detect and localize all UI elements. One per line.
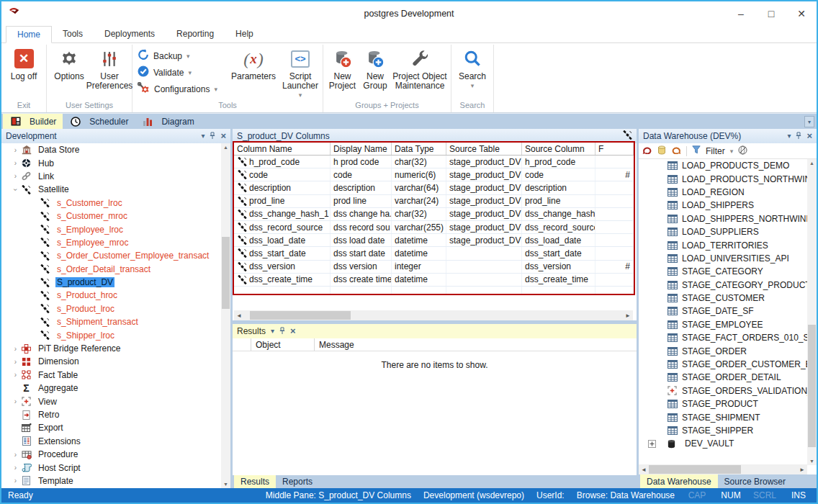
warehouse-item-load-shippers-northwind[interactable]: LOAD_SHIPPERS_NORTHWIND [639,212,807,225]
table-row[interactable]: dss_load_datedss load datedatetimestage_… [234,234,634,247]
grid-cell[interactable]: prod_line [522,195,595,207]
warehouse-item-stage-employee[interactable]: STAGE_EMPLOYEE [639,318,807,331]
grid-cell[interactable] [595,234,634,246]
tree-item-s-shipper-lroc[interactable]: s_Shipper_lroc [1,328,230,341]
warehouse-item-stage-fact-orders-010-skl[interactable]: STAGE_FACT_ORDERS_010_SKL [639,331,807,344]
new-project-button[interactable]: New Project [325,45,359,100]
grid-cell[interactable]: dss_change_hash_1 [522,208,595,220]
grid-cell[interactable]: description [234,181,331,194]
tree-item-dimension[interactable]: ›Dimension [1,355,230,368]
results-tab-reports[interactable]: Reports [276,475,319,488]
grid-column-header[interactable]: Display Name [331,143,392,155]
grid-cell[interactable]: h prod code [331,156,392,168]
scroll-left-icon[interactable]: ◄ [639,467,649,473]
filter-options-icon[interactable] [738,145,747,157]
close-button[interactable]: ✕ [786,3,817,24]
table-row[interactable]: dss_versiondss versionintegerdss_version… [234,261,634,274]
grid-cell[interactable]: dss_version [234,261,331,273]
warehouse-item-stage-order-detail[interactable]: STAGE_ORDER_DETAIL [639,371,807,384]
grid-column-header[interactable]: Source Table [446,143,522,155]
grid-cell[interactable]: stage_product_DV [446,156,522,168]
grid-cell[interactable] [595,195,634,207]
expander-icon[interactable]: › [11,451,20,459]
scroll-right-icon[interactable]: ► [623,312,633,319]
grid-column-header[interactable]: Column Name [234,143,331,155]
pane-menu-icon[interactable]: ▾ [787,132,791,140]
table-row[interactable]: codecodenumeric(6)stage_product_DVcode# [234,168,634,181]
tree-item-extensions[interactable]: Extensions [1,435,230,448]
grid-cell[interactable]: dss load date [331,234,392,246]
filter-label[interactable]: Filter [706,146,725,156]
expander-icon[interactable]: › [11,146,20,154]
table-row[interactable]: dss_create_timedss create timedatetimeds… [234,274,634,287]
horizontal-scrollbar[interactable]: ◄ ► [639,464,807,474]
warehouse-item-load-products-demo[interactable]: LOAD_PRODUCTS_DEMO [639,159,807,172]
script-launcher-button[interactable]: <> Script Launcher ▾ [280,45,320,100]
vertical-scrollbar[interactable]: ▲ ▼ [807,159,817,465]
grid-cell[interactable] [595,156,634,168]
grid-cell[interactable]: code [522,168,595,181]
warehouse-item-dev-vault[interactable]: DEV_VAULT [639,437,807,450]
configurations-button[interactable]: Configurations ▾ [136,81,225,97]
tree-item-satellite[interactable]: ›Satellite [1,183,230,196]
table-row[interactable]: prod_lineprod linevarchar(24)stage_produ… [234,195,634,208]
grid-cell[interactable]: prod_line [234,195,331,207]
grid-cell[interactable]: dss record sou [331,221,392,233]
pane-menu-icon[interactable]: ▾ [201,132,204,140]
grid-cell[interactable]: varchar(64) [392,181,446,194]
validate-button[interactable]: Validate ▾ [136,64,225,81]
backup-button[interactable]: Backup ▾ [136,48,225,64]
tree-item-s-product-lroc[interactable]: s_Product_lroc [1,302,230,315]
ribbon-tab-help[interactable]: Help [225,26,264,43]
expander-icon[interactable]: › [11,371,20,379]
browser-tab-data-warehouse[interactable]: Data Warehouse [640,474,718,488]
grid-cell[interactable]: integer [392,261,446,273]
tree-item-export[interactable]: Export [1,421,230,434]
tree-item-s-order-customer-employee-transact[interactable]: s_Order_Customer_Employee_transact [1,249,230,262]
project-object-maintenance-button[interactable]: Project Object Maintenance [391,45,449,100]
tab-overflow-button[interactable]: ▾ [804,116,814,127]
grid-cell[interactable]: datetime [392,274,446,286]
log-off-button[interactable]: ✕ Log off [4,45,44,100]
tree-item-s-product-dv[interactable]: S_product_DV [1,276,230,289]
expander-icon[interactable]: › [11,159,20,167]
grid-cell[interactable]: char(32) [392,156,446,168]
grid-cell[interactable]: dss change ha... [331,208,392,220]
table-row[interactable]: dss_change_hash_1dss change ha...char(32… [234,208,634,221]
chevron-down-icon[interactable]: ▾ [730,148,734,155]
tree-item-pit-bridge-reference[interactable]: ›PiT Bridge Reference [1,342,230,355]
expander-icon[interactable]: › [11,477,20,485]
grid-cell[interactable]: dss start date [331,247,392,259]
table-row[interactable]: dss_start_datedss start datedatetimedss_… [234,247,634,260]
tree-item-s-shipment-transact[interactable]: s_Shipment_transact [1,315,230,328]
tree-item-s-customer-mroc[interactable]: s_Customer_mroc [1,210,230,222]
grid-cell[interactable]: stage_product_DV [446,181,522,194]
grid-cell[interactable]: # [595,168,634,181]
close-pane-icon[interactable]: × [806,132,812,140]
workspace-tab-scheduler[interactable]: Scheduler [63,114,135,129]
scroll-down-icon[interactable]: ▼ [809,459,814,464]
tree-item-retro[interactable]: Retro [1,408,230,421]
tree-item-host-script[interactable]: ›Host Script [1,461,230,474]
grid-cell[interactable] [595,181,634,194]
ribbon-tab-reporting[interactable]: Reporting [166,26,225,43]
grid-cell[interactable]: dss_change_hash_1 [234,208,331,220]
grid-cell[interactable]: dss_start_date [234,247,331,259]
browser-tab-source-browser[interactable]: Source Browser [718,474,792,488]
grid-cell[interactable]: varchar(24) [392,195,446,207]
ribbon-tab-deployments[interactable]: Deployments [94,26,166,43]
grid-cell[interactable]: h_prod_code [522,156,595,168]
expander-icon[interactable]: › [12,185,19,194]
grid-cell[interactable]: dss_load_date [234,234,331,246]
grid-cell[interactable]: code [331,168,392,181]
grid-cell[interactable] [595,274,634,286]
warehouse-item-stage-category[interactable]: STAGE_CATEGORY [639,265,807,278]
grid-cell[interactable]: prod line [331,195,392,207]
table-row[interactable]: descriptiondescriptionvarchar(64)stage_p… [234,181,634,194]
grid-cell[interactable] [595,221,634,233]
ribbon-tab-home[interactable]: Home [6,26,52,43]
tree-item-aggregate[interactable]: ΣAggregate [1,382,230,395]
grid-cell[interactable]: datetime [392,234,446,246]
grid-cell[interactable]: description [522,181,595,194]
grid-cell[interactable]: dss_record_source [234,221,331,233]
